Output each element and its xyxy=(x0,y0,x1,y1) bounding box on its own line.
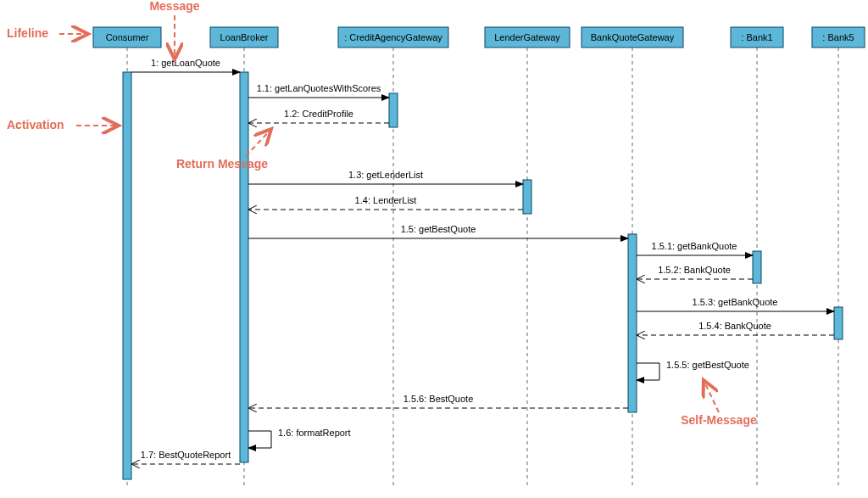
message-label: 1.5: getBestQuote xyxy=(401,224,476,234)
annotation-return-message: Return Message xyxy=(176,157,268,171)
annotation-message: Message xyxy=(149,0,199,13)
sequence-diagram: Consumer LoanBroker : CreditAgencyGatewa… xyxy=(0,0,868,498)
lifeline-label: LenderGateway xyxy=(494,32,560,42)
lifeline-label: BankQuoteGateway xyxy=(591,32,675,42)
message-label: 1.6: formatReport xyxy=(278,428,351,438)
message-self xyxy=(637,363,659,380)
activation-creditagency xyxy=(389,93,398,127)
lifeline-label: : CreditAgencyGateway xyxy=(344,32,442,42)
message-label: 1.5.6: BestQuote xyxy=(403,394,474,404)
message-label: 1: getLoanQuote xyxy=(151,58,220,68)
message-label: 1.5.1: getBankQuote xyxy=(652,241,737,251)
activation-bankquotegw xyxy=(628,234,637,412)
lifeline-label: : Bank5 xyxy=(822,32,854,42)
annotation-activation: Activation xyxy=(7,118,64,131)
lifeline-lendergw: LenderGateway xyxy=(485,27,570,488)
activation-bank1 xyxy=(753,251,761,283)
annotation-lifeline: Lifeline xyxy=(7,26,48,40)
activation-lendergw xyxy=(523,180,531,214)
lifeline-label: Consumer xyxy=(106,32,149,42)
activation-bank5 xyxy=(834,307,843,339)
message-label: 1.5.3: getBankQuote xyxy=(693,297,778,307)
message-label: 1.1: getLanQuotesWithScores xyxy=(257,83,381,93)
message-label: 1.4: LenderList xyxy=(355,195,417,205)
annotation-self-message: Self-Message xyxy=(681,413,757,427)
message-label: 1.3: getLenderList xyxy=(348,170,423,180)
lifeline-label: : Bank1 xyxy=(741,32,772,42)
message-label: 1.5.2: BankQuote xyxy=(658,265,731,275)
annotation-arrow xyxy=(246,129,271,156)
lifeline-label: LoanBroker xyxy=(220,32,269,42)
activation-consumer xyxy=(123,72,131,479)
message-label: 1.7: BestQuoteReport xyxy=(141,450,231,460)
message-label: 1.5.5: getBestQuote xyxy=(666,360,749,370)
lifeline-bank5: : Bank5 xyxy=(812,27,865,488)
message-label: 1.2: CreditProfile xyxy=(284,109,353,119)
annotation-arrow xyxy=(704,380,719,412)
activation-loanbroker xyxy=(240,72,248,462)
message-label: 1.5.4: BankQuote xyxy=(698,321,771,331)
message-self xyxy=(248,431,271,448)
